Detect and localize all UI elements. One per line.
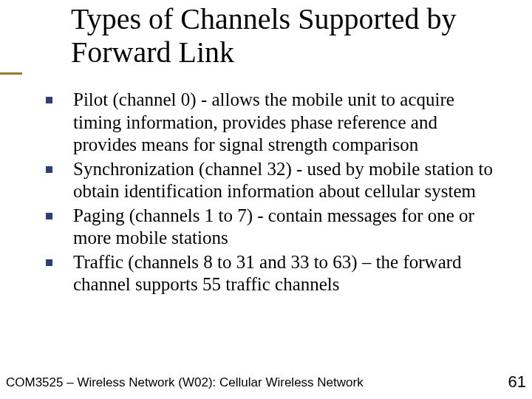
square-bullet-icon: [46, 259, 52, 266]
list-item: Pilot (channel 0) - allows the mobile un…: [46, 89, 504, 157]
square-bullet-icon: [46, 166, 52, 173]
slide: Types of Channels Supported by Forward L…: [0, 0, 532, 399]
list-item-text: Traffic (channels 8 to 31 and 33 to 63) …: [73, 251, 504, 296]
list-item: Synchronization (channel 32) - used by m…: [46, 158, 504, 203]
square-bullet-icon: [46, 213, 52, 219]
list-item-text: Paging (channels 1 to 7) - contain messa…: [73, 205, 504, 250]
list-item-text: Pilot (channel 0) - allows the mobile un…: [73, 89, 504, 157]
list-item: Traffic (channels 8 to 31 and 33 to 63) …: [46, 251, 504, 296]
page-number: 61: [508, 372, 526, 392]
title-accent-bar: [0, 72, 22, 75]
footer-text: COM3525 – Wireless Network (W02): Cellul…: [6, 375, 364, 390]
list-item: Paging (channels 1 to 7) - contain messa…: [46, 205, 504, 250]
bullet-list: Pilot (channel 0) - allows the mobile un…: [46, 89, 504, 298]
square-bullet-icon: [46, 97, 52, 103]
list-item-text: Synchronization (channel 32) - used by m…: [73, 158, 504, 203]
slide-title: Types of Channels Supported by Forward L…: [71, 3, 507, 69]
